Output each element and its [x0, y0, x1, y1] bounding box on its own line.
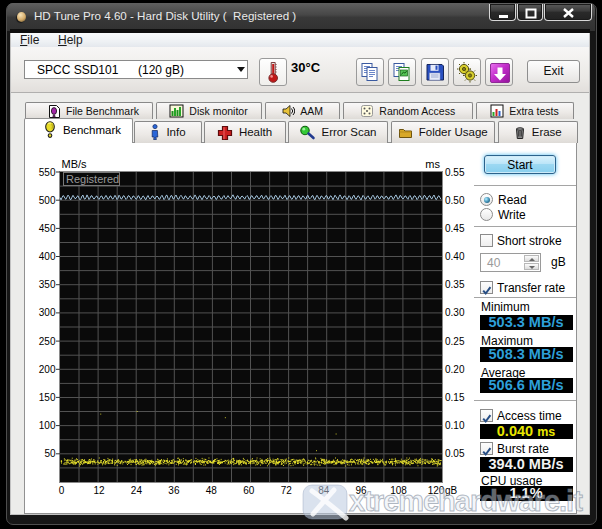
svg-text:500: 500	[39, 195, 56, 206]
svg-text:0.50: 0.50	[445, 195, 465, 206]
svg-text:36: 36	[168, 485, 180, 496]
svg-text:100: 100	[39, 420, 56, 431]
svg-text:350: 350	[39, 279, 56, 290]
svg-text:450: 450	[39, 223, 56, 234]
svg-text:0.15: 0.15	[445, 392, 465, 403]
svg-text:300: 300	[39, 307, 56, 318]
svg-text:48: 48	[206, 485, 218, 496]
svg-text:0.05: 0.05	[445, 448, 465, 459]
svg-text:24: 24	[131, 485, 143, 496]
svg-text:0.55: 0.55	[445, 167, 465, 178]
svg-text:xtremehardware.it: xtremehardware.it	[349, 485, 583, 517]
svg-text:150: 150	[39, 392, 56, 403]
svg-text:0.40: 0.40	[445, 251, 465, 262]
svg-text:ms: ms	[425, 158, 440, 170]
svg-text:0.20: 0.20	[445, 364, 465, 375]
svg-text:250: 250	[39, 336, 56, 347]
svg-text:0.25: 0.25	[445, 336, 465, 347]
svg-text:12: 12	[93, 485, 105, 496]
svg-text:72: 72	[281, 485, 293, 496]
svg-text:0.45: 0.45	[445, 223, 465, 234]
svg-text:0.35: 0.35	[445, 279, 465, 290]
svg-text:0.30: 0.30	[445, 307, 465, 318]
svg-text:Registered: Registered	[66, 173, 119, 185]
svg-text:50: 50	[44, 448, 56, 459]
svg-text:60: 60	[243, 485, 255, 496]
svg-text:0: 0	[59, 485, 65, 496]
svg-text:200: 200	[39, 364, 56, 375]
svg-text:0.10: 0.10	[445, 420, 465, 431]
svg-text:MB/s: MB/s	[62, 158, 88, 170]
svg-text:550: 550	[39, 167, 56, 178]
svg-text:400: 400	[39, 251, 56, 262]
